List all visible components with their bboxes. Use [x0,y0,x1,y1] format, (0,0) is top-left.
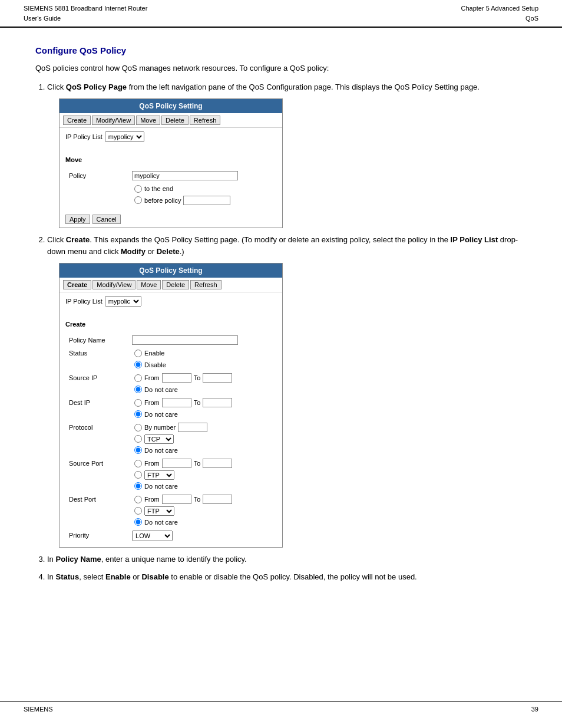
panel2-sourceip-group: From To Do not care [134,373,273,394]
panel2-form: Policy Name Status [65,333,276,544]
panel1-title: QoS Policy Setting [59,99,282,113]
step4-bold1: Status [55,572,79,581]
step2-pre: Click [47,235,66,244]
panel1-cancel-btn[interactable]: Cancel [92,215,121,224]
panel1-move-btn[interactable]: Move [136,116,160,125]
step4-post: to enable or disable the QoS policy. Dis… [169,572,417,581]
footer-right: 39 [531,706,538,713]
header-right: Chapter 5 Advanced Setup QoS [461,4,538,23]
panel2-delete-btn[interactable]: Delete [162,280,189,289]
panel2-status-enable-radio[interactable] [134,350,142,357]
panel1-toend-label: to the end [144,184,173,194]
step2-bold4: Delete [157,247,180,256]
panel2-srcport-group: From To FTP HT [134,459,273,491]
step1-mid: from the left navigation pane of the QoS… [127,83,480,91]
panel2-dstport-select[interactable]: FTP HTTP [144,506,174,516]
panel2-dstip-dnc-radio[interactable] [134,410,142,418]
panel1-before-input[interactable] [183,196,230,205]
panel2-modifyview-btn[interactable]: Modify/View [92,280,135,289]
panel2-content: IP Policy List mypolic Create Policy Nam… [59,292,282,547]
panel1-refresh-btn[interactable]: Refresh [190,116,221,125]
panel2-toolbar: Create Modify/View Move Delete Refresh [59,278,282,292]
step4-bold2: Enable [105,572,131,581]
main-content: Configure QoS Policy QoS policies contro… [0,28,562,606]
panel2-ip-policy-label: IP Policy List [65,297,103,307]
panel2-srcport-to-input[interactable] [203,459,232,468]
panel2-dstport-dnc-radio[interactable] [134,518,142,526]
step2-bold2: IP Policy List [451,235,498,244]
panel2-srcport-from-label: From [144,459,160,469]
panel2-policyname-input[interactable] [132,335,238,345]
step4-mid2: or [131,572,142,581]
panel2-proto-num-label: By number [144,423,176,433]
panel1-radio-toend[interactable] [134,185,142,193]
panel2-dstport-dnc-label: Do not care [144,518,178,528]
intro-text: QoS policies control how QoS manages net… [35,62,527,74]
panel2-policyname-label: Policy Name [67,334,128,347]
header-chapter: Chapter 5 Advanced Setup [461,4,538,14]
panel2-disable-label: Disable [144,360,166,370]
panel1-apply-btn[interactable]: Apply [65,215,90,224]
panel2-create-label: Create [65,319,276,330]
panel2-srcport-select[interactable]: FTP HTTP [144,470,174,480]
qos-panel-2: QoS Policy Setting Create Modify/View Mo… [59,263,283,548]
panel2-srcport-from-input[interactable] [162,459,191,468]
panel2-sourceip-label: Source IP [67,372,128,396]
panel2-srcport-ftp-radio[interactable] [134,471,142,479]
panel2-srcip-dnc-label: Do not care [144,385,178,395]
panel1-policy-label: Policy [67,170,128,182]
panel2-dstport-from-input[interactable] [162,495,191,504]
panel2-status-group: Enable Disable [134,348,273,370]
panel1-create-btn[interactable]: Create [63,116,91,125]
header-guide: User's Guide [24,14,147,24]
panel2-enable-label: Enable [144,348,164,358]
panel1-ip-policy-select[interactable]: mypolicy [105,131,144,142]
panel2-srcport-dnc-radio[interactable] [134,482,142,490]
panel2-srcport-from-radio[interactable] [134,460,142,467]
panel2-dstport-from-label: From [144,495,160,505]
panel1-modifyview-btn[interactable]: Modify/View [92,116,135,125]
panel2-refresh-btn[interactable]: Refresh [190,280,222,289]
panel2-proto-select[interactable]: TCP UDP ICMP [144,434,174,444]
panel1-policy-input[interactable] [132,171,238,180]
panel1-radio-before[interactable] [134,196,142,204]
panel2-srcport-label: Source Port [67,457,128,492]
panel2-create-btn[interactable]: Create [63,280,91,289]
panel2-proto-num-input[interactable] [178,423,207,432]
panel2-proto-dnc-label: Do not care [144,446,178,456]
panel2-dstport-from-radio[interactable] [134,496,142,503]
panel1-delete-btn[interactable]: Delete [161,116,189,125]
panel1-before-label: before policy [144,196,181,206]
panel2-destip-label: Dest IP [67,397,128,420]
panel2-srcip-from-label: From [144,373,160,383]
step-3: In Policy Name, enter a unique name to i… [47,554,527,565]
panel2-ip-policy-row: IP Policy List mypolic [65,296,276,307]
panel1-form: Policy to the end [65,169,276,208]
panel2-protocol-label: Protocol [67,421,128,456]
panel2-srcip-from-radio[interactable] [134,374,142,382]
panel2-dstip-from-radio[interactable] [134,399,142,407]
panel1-ip-policy-row: IP Policy List mypolicy [65,131,276,142]
panel2-priority-label: Priority [67,529,128,542]
panel2-status-label: Status [67,347,128,371]
panel2-proto-dnc-radio[interactable] [134,446,142,454]
panel2-move-btn[interactable]: Move [137,280,161,289]
panel2-destport-label: Dest Port [67,493,128,528]
step-2: Click Create. This expands the QoS Polic… [47,234,527,548]
panel2-proto-tcp-radio[interactable] [134,435,142,443]
panel2-srcip-to-input[interactable] [203,373,232,383]
panel2-dstport-ftp-radio[interactable] [134,507,142,515]
panel2-proto-num-radio[interactable] [134,424,142,431]
panel2-srcip-dnc-radio[interactable] [134,386,142,393]
panel2-srcip-from-input[interactable] [162,373,191,383]
panel2-dstip-to-input[interactable] [203,398,232,407]
step1-bold1: QoS Policy Page [66,83,127,91]
footer-left: SIEMENS [24,706,53,713]
panel2-ip-policy-select[interactable]: mypolic [105,296,141,307]
panel2-priority-select[interactable]: LOW MEDIUM HIGH [132,531,173,541]
panel2-dstport-to-input[interactable] [203,495,232,504]
panel2-dstip-dnc-label: Do not care [144,410,178,420]
step2-mid3: or [146,247,157,256]
panel2-dstip-from-input[interactable] [162,398,191,407]
panel2-status-disable-radio[interactable] [134,361,142,368]
